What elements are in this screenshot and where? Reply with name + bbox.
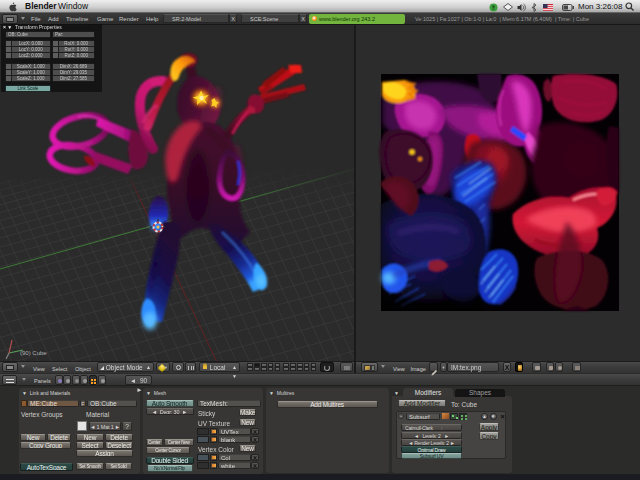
svg-text:(90) Cube: (90) Cube <box>20 350 47 356</box>
